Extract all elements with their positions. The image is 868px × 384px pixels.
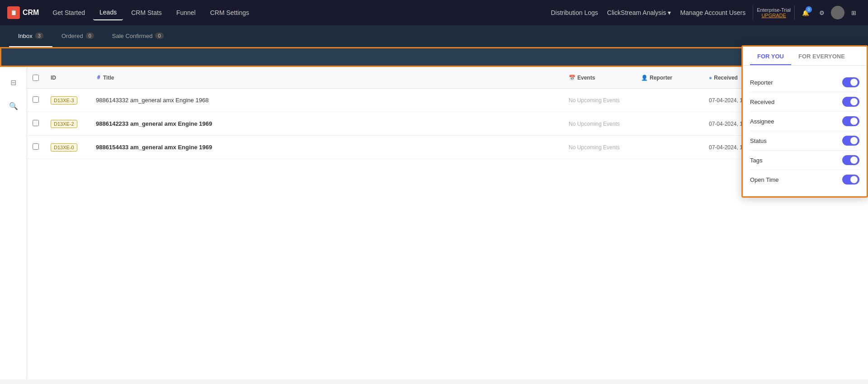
toggle-tags-switch[interactable] [842,155,859,165]
panel-tabs: FOR YOU FOR EVERYONE [743,47,867,66]
panel-toggles: Reporter Received Assignee Status Tags O… [743,66,867,196]
header-checkbox [33,75,51,81]
toggle-assignee-switch[interactable] [842,116,859,126]
grid-icon: ⊞ [851,9,856,16]
select-all-checkbox[interactable] [33,75,39,81]
upgrade-link[interactable]: UPGRADE [761,13,786,18]
enterprise-label: Enterprise-Trial [757,7,791,13]
header-reporter: 👤 Reporter [641,75,709,81]
toggle-received: Received [750,92,859,112]
brand-label: CRM [23,9,39,17]
toggle-status: Status [750,131,859,151]
toggle-received-switch[interactable] [842,97,859,107]
nav-distribution-logs[interactable]: Distribution Logs [547,7,601,18]
nav-clickstream-analysis[interactable]: ClickStream Analysis ▾ [604,7,675,18]
row-checkbox[interactable] [33,96,51,104]
row-title: 9886154433 am_general amx Engine 1969 [96,144,569,151]
brand-logo[interactable]: 📋 CRM [7,6,39,19]
id-badge: D13XE-3 [51,96,77,104]
nav-divider [753,6,753,19]
header-id-label: ID [51,75,56,81]
tab-inbox-count: 3 [35,33,43,39]
nav-divider-2 [794,6,795,19]
hash-icon: ＃ [96,74,101,81]
notification-badge: 0 [806,6,812,13]
clickstream-label: ClickStream Analysis [607,9,666,16]
tab-inbox[interactable]: Inbox 3 [9,25,52,47]
header-events: 📅 Events [569,75,641,81]
row-checkbox[interactable] [33,120,51,128]
tab-inbox-label: Inbox [18,33,33,39]
search-icon[interactable]: 🔍 [5,98,22,114]
toggle-received-label: Received [750,99,774,105]
nav-leads[interactable]: Leads [93,5,123,20]
row-id: D13XE-3 [51,96,96,104]
toggle-reporter-label: Reporter [750,79,773,86]
toggle-assignee: Assignee [750,112,859,131]
tab-ordered-count: 0 [86,33,94,39]
left-sidebar: ⊟ 🔍 [0,67,27,379]
toggle-tags: Tags [750,151,859,170]
toggle-status-label: Status [750,137,767,144]
id-badge: D13XE-2 [51,120,77,128]
reporter-icon: 👤 [641,75,648,81]
notifications-button[interactable]: 🔔 0 [798,5,813,20]
row-checkbox[interactable] [33,143,51,151]
apps-button[interactable]: ⊞ [846,5,861,20]
enterprise-badge: Enterprise-Trial UPGRADE [757,7,791,18]
chevron-down-icon: ▾ [668,9,671,16]
panel-tab-for-you[interactable]: FOR YOU [750,47,791,65]
toggle-reporter-switch[interactable] [842,77,859,87]
header-events-label: Events [577,75,595,81]
toggle-assignee-label: Assignee [750,118,774,125]
nav-manage-account-users[interactable]: Manage Account Users [676,7,749,18]
user-avatar[interactable] [831,6,844,19]
status-tabs-bar: Inbox 3 Ordered 0 Sale Confirmed 0 [0,25,868,47]
toggle-tags-label: Tags [750,157,762,164]
header-reporter-label: Reporter [650,75,672,81]
panel-tab-for-everyone[interactable]: FOR EVERYONE [791,47,852,65]
filter-icon[interactable]: ⊟ [5,74,22,90]
row-events: No Upcoming Events [569,144,641,151]
row-title: 9886142233 am_general amx Engine 1969 [96,120,569,127]
row-events: No Upcoming Events [569,97,641,104]
toggle-status-switch[interactable] [842,136,859,146]
id-badge: D13XE-0 [51,143,77,152]
nav-funnel[interactable]: Funnel [170,5,202,20]
tab-ordered-label: Ordered [61,33,83,39]
nav-crm-stats[interactable]: CRM Stats [125,5,168,20]
calendar-icon: 📅 [569,75,576,81]
brand-icon: 📋 [7,6,20,19]
tab-ordered[interactable]: Ordered 0 [52,25,103,47]
toggle-open-time: Open Time [750,170,859,189]
row-title: 9886143332 am_general amx Engine 1968 [96,97,569,104]
tab-sale-confirmed[interactable]: Sale Confirmed 0 [103,25,173,47]
nav-get-started[interactable]: Get Started [46,5,91,20]
top-navigation: 📋 CRM Get Started Leads CRM Stats Funnel… [0,0,868,25]
header-id: ID [51,75,96,81]
settings-button[interactable]: ⚙ [815,5,829,20]
received-icon: ● [709,75,712,81]
row-events: No Upcoming Events [569,121,641,127]
table-toolbar: + ↺ ⇄ ↑ 🔔 ↓ 🗑 [0,47,868,67]
row-id: D13XE-2 [51,120,96,128]
main-content: ⊟ 🔍 ID ＃ Title 📅 Events 👤 Reporter [0,67,868,379]
header-title: ＃ Title [96,74,569,81]
toggle-open-time-label: Open Time [750,176,779,183]
header-title-label: Title [103,75,114,81]
row-id: D13XE-0 [51,143,96,152]
toggle-open-time-switch[interactable] [842,175,859,185]
tab-sale-label: Sale Confirmed [112,33,153,39]
column-visibility-panel: FOR YOU FOR EVERYONE Reporter Received A… [741,45,868,198]
toggle-reporter: Reporter [750,73,859,92]
tab-sale-count: 0 [155,33,163,39]
gear-icon: ⚙ [819,9,825,16]
nav-crm-settings[interactable]: CRM Settings [204,5,255,20]
header-received-label: Received [714,75,738,81]
